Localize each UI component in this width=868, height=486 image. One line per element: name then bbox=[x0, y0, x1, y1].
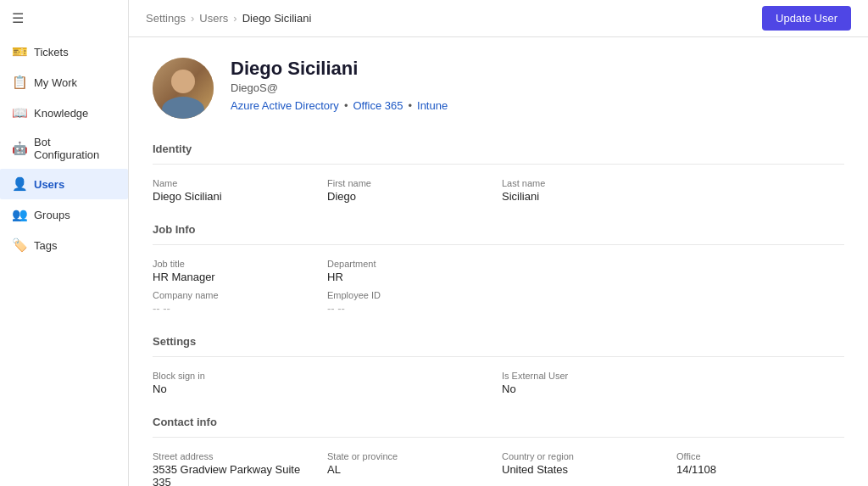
field-country: Country or region United States bbox=[502, 451, 670, 486]
link-separator-1: • bbox=[344, 99, 348, 112]
field-office-label: Office bbox=[676, 451, 844, 461]
sidebar-item-bot-configuration[interactable]: 🤖 Bot Configuration bbox=[0, 128, 128, 169]
bot-icon: 🤖 bbox=[12, 141, 27, 156]
avatar bbox=[153, 58, 214, 119]
breadcrumb: Settings › Users › Diego Siciliani bbox=[146, 12, 311, 25]
settings-section-title: Settings bbox=[153, 335, 844, 348]
hamburger-menu-button[interactable]: ☰ bbox=[0, 0, 128, 36]
settings-fields: Block sign in No Is External User No bbox=[153, 371, 844, 395]
field-street-address: Street address 3535 Gradview Parkway Sui… bbox=[153, 451, 320, 486]
sidebar-item-knowledge[interactable]: 📖 Knowledge bbox=[0, 98, 128, 128]
identity-fields: Name Diego Siciliani First name Diego La… bbox=[153, 178, 844, 203]
field-job-title-value: HR Manager bbox=[153, 271, 320, 283]
field-employee-id-label: Employee ID bbox=[327, 290, 495, 300]
field-name-value: Diego Siciliani bbox=[153, 190, 320, 203]
sidebar-item-label: Knowledge bbox=[34, 107, 88, 120]
sidebar-item-label: Users bbox=[34, 178, 64, 191]
field-block-sign-in: Block sign in No bbox=[153, 371, 495, 395]
breadcrumb-separator-2: › bbox=[233, 12, 236, 25]
sidebar-item-groups[interactable]: 👥 Groups bbox=[0, 199, 128, 230]
breadcrumb-current: Diego Siciliani bbox=[242, 12, 312, 25]
field-street-address-value: 3535 Gradview Parkway Suite 335 bbox=[153, 463, 320, 486]
field-department-value: HR bbox=[327, 271, 495, 283]
field-employee-id: Employee ID -- -- bbox=[327, 290, 495, 315]
main-content: Settings › Users › Diego Siciliani Updat… bbox=[129, 0, 868, 486]
job-info-section-title: Job Info bbox=[153, 223, 844, 236]
users-icon: 👤 bbox=[12, 176, 27, 192]
avatar-image bbox=[153, 58, 214, 119]
job-info-divider bbox=[153, 244, 844, 245]
sidebar-item-users[interactable]: 👤 Users bbox=[0, 169, 128, 199]
my-work-icon: 📋 bbox=[12, 75, 27, 90]
identity-divider bbox=[153, 164, 844, 165]
field-office-value: 14/1108 bbox=[676, 463, 844, 476]
sidebar-item-label: Tickets bbox=[34, 46, 69, 59]
breadcrumb-settings[interactable]: Settings bbox=[146, 12, 186, 25]
intune-link[interactable]: Intune bbox=[417, 99, 448, 112]
sidebar-item-label: Groups bbox=[34, 209, 70, 221]
profile-username: DiegoS@ bbox=[231, 81, 448, 94]
profile-links: Azure Active Directory • Office 365 • In… bbox=[231, 99, 448, 112]
field-employee-id-value: -- -- bbox=[327, 302, 495, 315]
field-office: Office 14/1108 bbox=[676, 451, 844, 486]
hamburger-icon: ☰ bbox=[12, 10, 24, 26]
field-country-label: Country or region bbox=[502, 451, 670, 461]
sidebar-item-label: Bot Configuration bbox=[34, 136, 116, 161]
field-external-user-value: No bbox=[502, 383, 844, 395]
field-state: State or province AL bbox=[327, 451, 495, 486]
field-last-name-value: Siciliani bbox=[502, 190, 670, 203]
field-external-user-label: Is External User bbox=[502, 371, 844, 381]
job-info-fields-row1: Job title HR Manager Department HR bbox=[153, 259, 844, 283]
link-separator-2: • bbox=[408, 99, 412, 112]
field-company-name: Company name -- -- bbox=[153, 290, 320, 315]
field-last-name: Last name Siciliani bbox=[502, 178, 670, 203]
tags-icon: 🏷️ bbox=[12, 237, 27, 253]
page-content: Diego Siciliani DiegoS@ Azure Active Dir… bbox=[129, 37, 868, 486]
profile-header: Diego Siciliani DiegoS@ Azure Active Dir… bbox=[153, 58, 844, 119]
sidebar-item-tickets[interactable]: 🎫 Tickets bbox=[0, 36, 128, 67]
settings-section: Settings Block sign in No Is External Us… bbox=[153, 335, 844, 395]
settings-divider bbox=[153, 356, 844, 357]
profile-name: Diego Siciliani bbox=[231, 58, 448, 80]
field-department-label: Department bbox=[327, 259, 495, 269]
breadcrumb-users[interactable]: Users bbox=[199, 12, 228, 25]
field-name-label: Name bbox=[153, 178, 320, 188]
identity-section: Identity Name Diego Siciliani First name… bbox=[153, 142, 844, 203]
page-header: Settings › Users › Diego Siciliani Updat… bbox=[129, 0, 868, 37]
profile-info: Diego Siciliani DiegoS@ Azure Active Dir… bbox=[231, 58, 448, 112]
office365-link[interactable]: Office 365 bbox=[353, 99, 403, 112]
knowledge-icon: 📖 bbox=[12, 105, 27, 120]
groups-icon: 👥 bbox=[12, 207, 27, 222]
field-first-name-value: Diego bbox=[327, 190, 495, 203]
field-name: Name Diego Siciliani bbox=[153, 178, 320, 203]
field-street-address-label: Street address bbox=[153, 451, 320, 461]
field-job-title: Job title HR Manager bbox=[153, 259, 320, 283]
azure-ad-link[interactable]: Azure Active Directory bbox=[231, 99, 339, 112]
field-block-sign-in-value: No bbox=[153, 383, 495, 395]
sidebar-item-tags[interactable]: 🏷️ Tags bbox=[0, 230, 128, 260]
field-state-label: State or province bbox=[327, 451, 495, 461]
sidebar-item-label: My Work bbox=[34, 76, 77, 89]
job-info-fields-row2: Company name -- -- Employee ID -- -- bbox=[153, 290, 844, 315]
contact-info-divider bbox=[153, 437, 844, 438]
identity-section-title: Identity bbox=[153, 142, 844, 155]
job-info-section: Job Info Job title HR Manager Department… bbox=[153, 223, 844, 315]
contact-info-section: Contact info Street address 3535 Gradvie… bbox=[153, 416, 844, 486]
field-department: Department HR bbox=[327, 259, 495, 283]
field-company-name-label: Company name bbox=[153, 290, 320, 300]
sidebar-item-my-work[interactable]: 📋 My Work bbox=[0, 67, 128, 98]
field-state-value: AL bbox=[327, 463, 495, 476]
field-block-sign-in-label: Block sign in bbox=[153, 371, 495, 381]
field-company-name-value: -- -- bbox=[153, 302, 320, 315]
field-job-title-label: Job title bbox=[153, 259, 320, 269]
field-first-name-label: First name bbox=[327, 178, 495, 188]
field-first-name: First name Diego bbox=[327, 178, 495, 203]
sidebar-item-label: Tags bbox=[34, 239, 57, 252]
tickets-icon: 🎫 bbox=[12, 44, 27, 59]
sidebar: ☰ 🎫 Tickets 📋 My Work 📖 Knowledge 🤖 Bot … bbox=[0, 0, 129, 486]
field-external-user: Is External User No bbox=[502, 371, 844, 395]
contact-fields-row1: Street address 3535 Gradview Parkway Sui… bbox=[153, 451, 844, 486]
breadcrumb-separator-1: › bbox=[191, 12, 194, 25]
update-user-button[interactable]: Update User bbox=[762, 6, 851, 31]
field-country-value: United States bbox=[502, 463, 670, 476]
